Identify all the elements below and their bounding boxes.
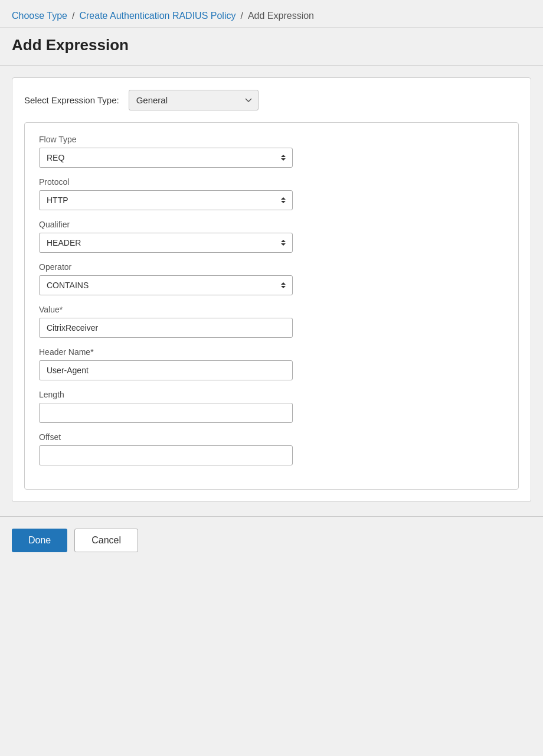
offset-group: Offset	[39, 432, 504, 465]
qualifier-select[interactable]: HEADERURLBODYCOOKIE	[39, 233, 293, 253]
qualifier-group: Qualifier HEADERURLBODYCOOKIE	[39, 220, 504, 253]
value-label: Value*	[39, 305, 504, 314]
outer-card: Select Expression Type: GeneralAdvanced …	[12, 77, 531, 502]
breadcrumb-create-policy[interactable]: Create Authentication RADIUS Policy	[79, 11, 235, 21]
expression-type-select[interactable]: GeneralAdvanced	[129, 90, 259, 110]
inner-card: Flow Type REQRES Protocol HTTPHTTPSTCPUD…	[24, 122, 519, 490]
length-label: Length	[39, 390, 504, 399]
expression-type-row: Select Expression Type: GeneralAdvanced	[24, 90, 519, 110]
operator-select[interactable]: CONTAINSEQUALSNOTCONTAINSSTARTSWITHENDSW…	[39, 275, 293, 295]
buttons-row: Done Cancel	[0, 516, 543, 564]
page-title: Add Expression	[12, 36, 531, 54]
header-name-group: Header Name*	[39, 347, 504, 380]
breadcrumb-choose-type[interactable]: Choose Type	[12, 11, 67, 21]
length-group: Length	[39, 390, 504, 423]
flow-type-select[interactable]: REQRES	[39, 148, 293, 168]
cancel-button[interactable]: Cancel	[74, 529, 138, 552]
expression-type-label: Select Expression Type:	[24, 95, 119, 105]
header-name-input[interactable]	[39, 360, 293, 380]
offset-label: Offset	[39, 432, 504, 442]
done-button[interactable]: Done	[12, 529, 67, 552]
breadcrumb-sep1: /	[72, 11, 74, 21]
breadcrumb: Choose Type / Create Authentication RADI…	[0, 0, 543, 28]
breadcrumb-sep2: /	[240, 11, 243, 21]
length-input[interactable]	[39, 403, 293, 423]
flow-type-label: Flow Type	[39, 135, 504, 144]
breadcrumb-current: Add Expression	[248, 11, 314, 21]
protocol-select[interactable]: HTTPHTTPSTCPUDP	[39, 190, 293, 210]
operator-group: Operator CONTAINSEQUALSNOTCONTAINSSTARTS…	[39, 262, 504, 295]
protocol-group: Protocol HTTPHTTPSTCPUDP	[39, 177, 504, 210]
operator-label: Operator	[39, 262, 504, 272]
flow-type-group: Flow Type REQRES	[39, 135, 504, 168]
header-name-label: Header Name*	[39, 347, 504, 357]
qualifier-label: Qualifier	[39, 220, 504, 229]
value-input[interactable]	[39, 318, 293, 338]
offset-input[interactable]	[39, 445, 293, 465]
main-content: Select Expression Type: GeneralAdvanced …	[0, 66, 543, 514]
protocol-label: Protocol	[39, 177, 504, 187]
value-group: Value*	[39, 305, 504, 338]
page-title-area: Add Expression	[0, 28, 543, 66]
